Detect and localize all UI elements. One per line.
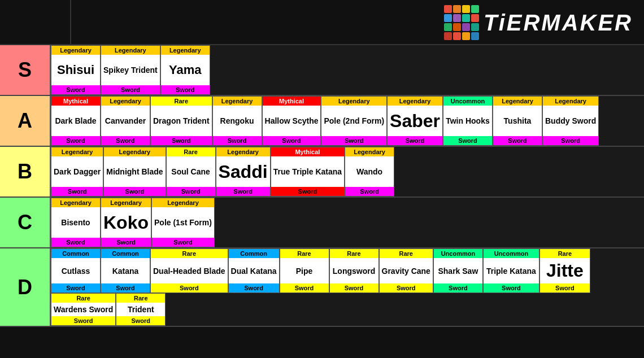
item-B-1: LegendaryMidnight BladeSword — [103, 147, 166, 197]
item-type-badge: Sword — [543, 136, 598, 145]
item-rarity-badge: Rare — [167, 147, 215, 156]
item-name: Longsword — [330, 258, 377, 283]
item-name: Saber — [388, 106, 442, 136]
item-type-badge: Sword — [321, 136, 386, 145]
item-name: Katana — [110, 258, 141, 283]
item-type-badge: Sword — [263, 136, 321, 145]
item-name: Pipe — [294, 258, 315, 283]
tier-row-C: CLegendaryBisentoSwordLegendaryKokoSword… — [0, 198, 644, 248]
item-type-badge: Sword — [213, 136, 262, 145]
logo-grid — [444, 5, 479, 40]
item-type-badge: Sword — [540, 283, 590, 292]
item-name: Trident — [125, 303, 156, 316]
item-type-badge: Sword — [161, 85, 210, 94]
item-type-badge: Sword — [51, 136, 100, 145]
item-C-1: LegendaryKokoSword — [101, 198, 151, 247]
item-name: Twin Hooks — [443, 106, 492, 136]
item-name: Shark Saw — [436, 258, 480, 283]
item-rarity-badge: Legendary — [493, 97, 542, 106]
item-B-2: RareSoul CaneSword — [166, 147, 216, 197]
item-name: Midnight Blade — [104, 156, 165, 187]
tier-items-B: LegendaryDark DaggerSwordLegendaryMidnig… — [51, 147, 644, 197]
item-A-6: LegendarySaberSword — [387, 96, 443, 146]
item-type-badge: Sword — [151, 136, 212, 145]
item-rarity-badge: Uncommon — [443, 97, 492, 106]
item-rarity-badge: Common — [51, 249, 100, 258]
tier-label-C: C — [0, 198, 51, 247]
item-rarity-badge: Legendary — [51, 147, 103, 156]
item-type-badge: Sword — [493, 136, 542, 145]
item-name: Wardens Sword — [51, 303, 115, 316]
item-name: Canvander — [103, 106, 148, 136]
item-A-5: LegendaryPole (2nd Form)Sword — [321, 96, 387, 146]
item-D-0: CommonCutlassSword — [51, 248, 101, 293]
item-name: Pole (1st Form) — [152, 207, 214, 238]
item-type-badge: Sword — [51, 316, 115, 325]
item-name: Dark Dagger — [51, 156, 103, 187]
item-type-badge: Sword — [388, 136, 442, 145]
item-name: Rengoku — [218, 106, 256, 136]
item-A-3: LegendaryRengokuSword — [212, 96, 262, 146]
item-rarity-badge: Rare — [151, 249, 228, 258]
item-rarity-badge: Rare — [51, 294, 115, 303]
item-type-badge: Sword — [51, 85, 100, 94]
item-B-5: LegendaryWandoSword — [345, 147, 394, 197]
item-rarity-badge: Rare — [380, 249, 433, 258]
tiermaker-text: TiERMAKER — [484, 10, 633, 36]
item-rarity-badge: Legendary — [345, 147, 394, 156]
item-rarity-badge: Rare — [116, 294, 165, 303]
item-D-7: UncommonShark SawSword — [433, 248, 483, 293]
item-rarity-badge: Common — [101, 249, 150, 258]
item-name: Wando — [354, 156, 385, 187]
god-tier-label — [0, 0, 71, 44]
item-D-8: UncommonTriple KatanaSword — [483, 248, 539, 293]
item-A-1: LegendaryCanvanderSword — [101, 96, 150, 146]
item-S-0: LegendaryShisuiSword — [51, 45, 101, 95]
item-B-4: MythicalTrue Triple KatanaSword — [271, 147, 345, 197]
item-type-badge: Sword — [216, 187, 270, 196]
item-name: Dual-Headed Blade — [151, 258, 228, 283]
tier-row-B: BLegendaryDark DaggerSwordLegendaryMidni… — [0, 147, 644, 198]
item-A-9: LegendaryBuddy SwordSword — [542, 96, 599, 146]
item-type-badge: Sword — [51, 187, 103, 196]
item-rarity-badge: Rare — [280, 249, 329, 258]
item-rarity-badge: Legendary — [388, 97, 442, 106]
item-rarity-badge: Legendary — [152, 198, 214, 207]
item-D-10: RareWardens SwordSword — [51, 293, 116, 326]
tier-label-B: B — [0, 147, 51, 197]
item-type-badge: Sword — [101, 85, 160, 94]
tier-items-A: MythicalDark BladeSwordLegendaryCanvande… — [51, 96, 644, 146]
item-name: Koko — [101, 207, 151, 238]
item-rarity-badge: Rare — [151, 97, 212, 106]
item-rarity-badge: Legendary — [321, 97, 386, 106]
item-D-2: RareDual-Headed BladeSword — [150, 248, 228, 293]
tier-label-D: D — [0, 248, 51, 326]
item-D-1: CommonKatanaSword — [101, 248, 150, 293]
item-type-badge: Sword — [271, 187, 344, 196]
item-name: Buddy Sword — [543, 106, 598, 136]
item-rarity-badge: Uncommon — [484, 249, 539, 258]
item-rarity-badge: Rare — [330, 249, 378, 258]
tier-label-S: S — [0, 45, 51, 95]
item-rarity-badge: Mythical — [263, 97, 321, 106]
tier-row-A: AMythicalDark BladeSwordLegendaryCanvand… — [0, 96, 644, 147]
item-name: Jitte — [544, 258, 586, 283]
item-type-badge: Sword — [484, 283, 539, 292]
item-type-badge: Sword — [330, 283, 378, 292]
item-type-badge: Sword — [104, 187, 165, 196]
item-name: Pole (2nd Form) — [321, 106, 386, 136]
item-name: Hallow Scythe — [263, 106, 321, 136]
item-type-badge: Sword — [151, 283, 228, 292]
item-B-3: LegendarySaddiSword — [216, 147, 271, 197]
item-type-badge: Sword — [116, 316, 165, 325]
item-name: Bisento — [59, 207, 92, 238]
item-rarity-badge: Mythical — [271, 147, 344, 156]
item-name: True Triple Katana — [271, 156, 344, 187]
item-type-badge: Sword — [280, 283, 329, 292]
item-C-0: LegendaryBisentoSword — [51, 198, 101, 247]
item-name: Cutlass — [59, 258, 93, 283]
item-name: Yama — [167, 55, 204, 85]
item-rarity-badge: Legendary — [104, 147, 165, 156]
item-name: Triple Katana — [484, 258, 538, 283]
item-A-8: LegendaryTushitaSword — [493, 96, 542, 146]
